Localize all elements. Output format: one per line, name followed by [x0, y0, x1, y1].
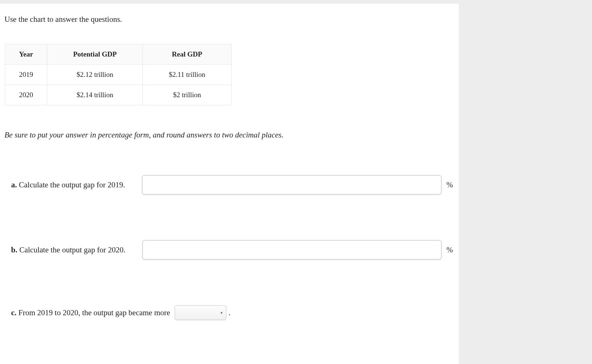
- gdp-table: Year Potential GDP Real GDP 2019 $2.12 t…: [5, 44, 232, 105]
- question-c-row: c. From 2019 to 2020, the output gap bec…: [4, 305, 455, 320]
- instruction-note: Be sure to put your answer in percentage…: [4, 130, 455, 140]
- select-wrap-c: ▾: [175, 305, 226, 320]
- question-a-label: a.: [11, 180, 17, 189]
- table-header-row: Year Potential GDP Real GDP: [5, 44, 232, 65]
- col-header-year: Year: [5, 44, 47, 65]
- answer-select-c[interactable]: [175, 305, 226, 320]
- question-b-body: Calculate the output gap for 2020.: [19, 245, 125, 254]
- intro-text: Use the chart to answer the questions.: [4, 15, 455, 24]
- question-c-label: c.: [11, 308, 17, 317]
- question-a-text: a. Calculate the output gap for 2019.: [11, 180, 125, 190]
- col-header-real: Real GDP: [143, 44, 232, 65]
- answer-input-b[interactable]: [142, 240, 441, 259]
- cell-potential: $2.12 trillion: [47, 65, 143, 85]
- cell-real: $2.11 trillion: [143, 65, 232, 85]
- cell-real: $2 trillion: [143, 85, 232, 105]
- top-bar: [0, 0, 459, 4]
- table-row: 2019 $2.12 trillion $2.11 trillion: [5, 65, 232, 85]
- question-b-label: b.: [11, 245, 17, 254]
- content-area: Use the chart to answer the questions. Y…: [0, 4, 459, 364]
- question-b-row: b. Calculate the output gap for 2020. %: [4, 240, 455, 259]
- question-c-text: c. From 2019 to 2020, the output gap bec…: [11, 308, 170, 317]
- table-row: 2020 $2.14 trillion $2 trillion: [5, 85, 232, 105]
- unit-b: %: [447, 245, 453, 255]
- cell-year: 2020: [5, 85, 47, 105]
- unit-a: %: [447, 180, 453, 190]
- question-a-row: a. Calculate the output gap for 2019. %: [4, 175, 455, 194]
- cell-year: 2019: [5, 65, 47, 85]
- col-header-potential: Potential GDP: [47, 44, 143, 65]
- answer-input-a[interactable]: [142, 175, 441, 194]
- question-c-before: From 2019 to 2020, the output gap became…: [18, 308, 170, 317]
- question-b-text: b. Calculate the output gap for 2020.: [11, 245, 125, 255]
- question-page: Use the chart to answer the questions. Y…: [0, 0, 459, 364]
- question-c-after: .: [229, 308, 231, 317]
- cell-potential: $2.14 trillion: [47, 85, 143, 105]
- question-a-body: Calculate the output gap for 2019.: [19, 180, 125, 189]
